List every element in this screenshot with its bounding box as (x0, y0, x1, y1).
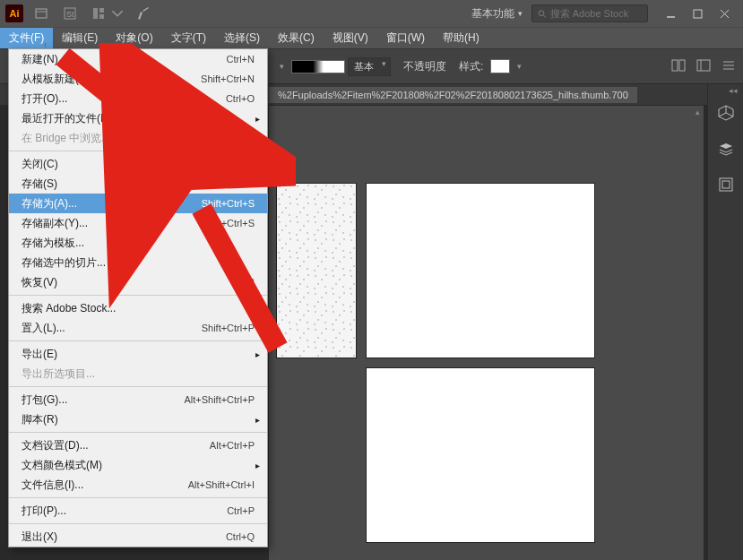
menu-item[interactable]: 恢复(V)F12 (9, 272, 267, 292)
menu-item[interactable]: 存储为(A)...Shift+Ctrl+S (9, 194, 267, 213)
menu-效果c[interactable]: 效果(C) (269, 28, 324, 48)
stroke-preset-select[interactable]: 基本 (348, 57, 391, 76)
menu-item-label: 打开(O)... (22, 91, 226, 107)
layers-panel-icon[interactable] (715, 138, 737, 159)
menu-选择s[interactable]: 选择(S) (215, 28, 269, 48)
menu-item-label: 退出(X) (22, 530, 226, 545)
menu-视图v[interactable]: 视图(V) (324, 28, 377, 48)
properties-panel-icon[interactable] (715, 102, 737, 124)
svg-rect-21 (722, 181, 730, 188)
panel-menu-icon[interactable] (721, 59, 736, 74)
brush-icon[interactable] (133, 4, 154, 23)
artboard-1[interactable] (276, 183, 357, 358)
chevron-down-icon[interactable]: ▾ (280, 62, 284, 71)
preferences-icon[interactable] (696, 59, 711, 74)
style-swatch[interactable] (490, 59, 510, 73)
arrange-icon[interactable] (88, 4, 109, 23)
menu-item[interactable]: 从模板新建(T)...Shift+Ctrl+N (9, 69, 267, 89)
artboard-3[interactable] (366, 367, 595, 543)
artboard-2[interactable] (366, 183, 595, 358)
right-panel-dock: ◂◂ (707, 84, 743, 560)
menu-item[interactable]: 打印(P)...Ctrl+P (9, 501, 267, 521)
svg-rect-14 (679, 60, 685, 71)
stroke-style[interactable]: 基本 (291, 57, 391, 76)
stock-search[interactable] (531, 4, 648, 22)
bridge-icon[interactable] (30, 4, 52, 23)
menu-item[interactable]: 退出(X)Ctrl+Q (9, 527, 267, 547)
menu-item[interactable]: 最近打开的文件(F) (9, 108, 267, 128)
svg-rect-6 (99, 14, 104, 19)
menu-separator (9, 295, 267, 296)
menu-separator (9, 151, 267, 151)
menu-item-shortcut: Shift+Ctrl+N (201, 73, 255, 84)
menu-item-label: 新建(N)... (22, 52, 227, 67)
chevron-down-icon: ▾ (518, 9, 523, 18)
doc-setup-icon[interactable] (671, 59, 686, 74)
menu-item[interactable]: 置入(L)...Shift+Ctrl+P (9, 318, 267, 338)
menu-item-shortcut: Ctrl+W (224, 159, 255, 169)
menu-item-label: 在 Bridge 中浏览... (22, 131, 209, 146)
menu-item[interactable]: 脚本(R) (9, 409, 267, 429)
menu-item[interactable]: 存储选中的切片... (9, 253, 267, 272)
menu-item[interactable]: 搜索 Adobe Stock... (9, 298, 267, 318)
menu-item-label: 打包(G)... (22, 392, 184, 408)
menu-item-label: 从模板新建(T)... (22, 72, 201, 87)
stroke-gradient-swatch (291, 60, 345, 73)
menu-item-label: 打印(P)... (22, 504, 227, 519)
libraries-panel-icon[interactable] (715, 174, 737, 195)
workspace-switcher[interactable]: 基本功能 ▾ (462, 3, 531, 25)
menu-item: 导出所选项目... (9, 364, 267, 383)
svg-point-7 (539, 10, 544, 15)
menu-item-label: 导出所选项目... (22, 366, 255, 382)
menu-item[interactable]: 关闭(C)Ctrl+W (9, 154, 267, 174)
menu-帮助h[interactable]: 帮助(H) (434, 28, 488, 48)
menu-item[interactable]: 文档设置(D)...Alt+Ctrl+P (9, 435, 267, 455)
menu-item-label: 存储选中的切片... (22, 255, 255, 271)
menu-item[interactable]: 文件信息(I)...Alt+Shift+Ctrl+I (9, 475, 267, 495)
opacity-label: 不透明度 (403, 59, 446, 74)
menu-item-label: 存储为模板... (22, 236, 255, 251)
menu-item-label: 文档设置(D)... (22, 438, 210, 453)
menu-item[interactable]: 存储(S)Ctrl+S (9, 174, 267, 194)
menu-item[interactable]: 文档颜色模式(M) (9, 455, 267, 475)
menu-item-label: 导出(E) (22, 347, 255, 362)
menu-item[interactable]: 存储副本(Y)...Alt+Ctrl+S (9, 213, 267, 233)
minimize-button[interactable] (657, 3, 684, 24)
svg-rect-0 (36, 9, 47, 18)
menu-item-label: 文档颜色模式(M) (22, 458, 255, 473)
chevron-down-icon[interactable]: ▾ (517, 62, 522, 71)
close-button[interactable] (711, 3, 738, 24)
document-tab[interactable]: %2Fuploads%2Fitem%2F201808%2F02%2F201808… (269, 87, 637, 103)
menu-separator (9, 523, 267, 524)
menu-文字t[interactable]: 文字(T) (162, 28, 215, 48)
menu-item-shortcut: Ctrl+N (227, 54, 255, 65)
menu-item[interactable]: 导出(E) (9, 344, 267, 364)
scroll-up-icon[interactable]: ▴ (691, 106, 704, 118)
menu-item-label: 置入(L)... (22, 321, 202, 336)
menu-item[interactable]: 打包(G)...Alt+Shift+Ctrl+P (9, 390, 267, 409)
maximize-button[interactable] (684, 3, 711, 24)
menu-bar: 文件(F)编辑(E)对象(O)文字(T)选择(S)效果(C)视图(V)窗口(W)… (0, 27, 743, 48)
menu-item[interactable]: 存储为模板... (9, 233, 267, 253)
app-icon: Ai (5, 4, 23, 22)
stock-icon[interactable]: St (59, 4, 81, 23)
menu-item-shortcut: Ctrl+O (226, 93, 255, 104)
menu-item-shortcut: Alt+Shift+Ctrl+I (188, 479, 255, 490)
chevron-down-icon[interactable] (111, 4, 124, 23)
menu-item[interactable]: 打开(O)...Ctrl+O (9, 89, 267, 108)
panel-collapse-icon[interactable]: ◂◂ (729, 86, 738, 95)
menu-item-label: 恢复(V) (22, 275, 238, 290)
menu-item: 在 Bridge 中浏览...Alt+Ctrl+O (9, 128, 267, 148)
menu-编辑e[interactable]: 编辑(E) (53, 28, 107, 48)
menu-item-label: 文件信息(I)... (22, 478, 188, 493)
menu-文件f[interactable]: 文件(F) (0, 28, 53, 48)
menu-item[interactable]: 新建(N)...Ctrl+N (9, 49, 267, 69)
search-input[interactable] (550, 8, 642, 19)
svg-rect-15 (697, 60, 710, 71)
canvas[interactable]: ▴ (269, 106, 704, 560)
file-menu-dropdown: 新建(N)...Ctrl+N从模板新建(T)...Shift+Ctrl+N打开(… (8, 48, 268, 547)
menu-对象o[interactable]: 对象(O) (107, 28, 161, 48)
menu-separator (9, 386, 267, 387)
menu-item-shortcut: Alt+Ctrl+O (209, 133, 255, 143)
menu-窗口w[interactable]: 窗口(W) (377, 28, 434, 48)
